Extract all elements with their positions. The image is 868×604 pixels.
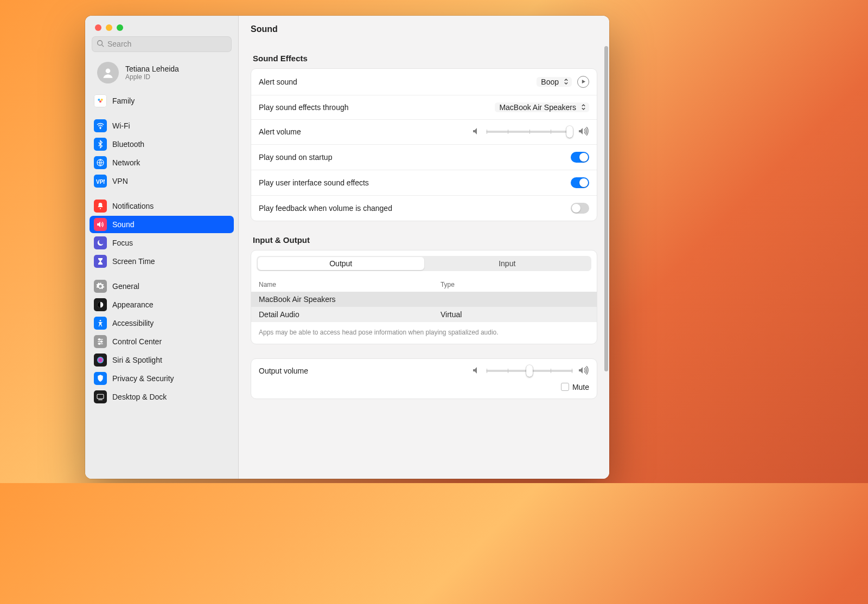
- window-controls: [85, 16, 238, 36]
- search-field[interactable]: [92, 36, 232, 52]
- sidebar-item-desktop-dock[interactable]: Desktop & Dock: [90, 388, 234, 406]
- play-through-label: Play sound effects through: [259, 103, 495, 112]
- io-tabs: Output Input: [257, 256, 591, 271]
- svg-text:VPN: VPN: [96, 179, 105, 185]
- sidebar-item-focus[interactable]: Focus: [90, 234, 234, 252]
- mute-checkbox[interactable]: Mute: [561, 383, 589, 391]
- output-volume-label: Output volume: [259, 367, 472, 375]
- bluetooth-icon: [94, 138, 107, 151]
- sidebar-item-siri-spotlight[interactable]: Siri & Spotlight: [90, 351, 234, 369]
- sidebar-item-sound[interactable]: Sound: [90, 216, 234, 233]
- device-row[interactable]: MacBook Air Speakers: [251, 292, 597, 307]
- dock-icon: [94, 390, 107, 403]
- sidebar-item-accessibility[interactable]: Accessibility: [90, 314, 234, 332]
- svg-point-18: [99, 343, 100, 344]
- svg-point-2: [106, 68, 111, 73]
- feedback-toggle[interactable]: [571, 203, 589, 214]
- sliders-icon: [94, 335, 107, 348]
- svg-marker-23: [473, 128, 477, 134]
- svg-point-0: [98, 40, 103, 45]
- alert-volume-label: Alert volume: [259, 127, 472, 136]
- sidebar-item-network[interactable]: Network: [90, 154, 234, 171]
- hourglass-icon: [94, 255, 107, 268]
- sidebar-item-screen-time[interactable]: Screen Time: [90, 253, 234, 270]
- svg-point-5: [99, 100, 101, 102]
- sidebar-item-bluetooth[interactable]: Bluetooth: [90, 136, 234, 153]
- gear-icon: [94, 280, 107, 293]
- svg-rect-21: [98, 399, 103, 400]
- search-icon: [97, 40, 104, 49]
- moon-icon: [94, 236, 107, 249]
- sidebar-item-wi-fi[interactable]: Wi-Fi: [90, 117, 234, 134]
- svg-point-12: [100, 320, 101, 322]
- feedback-label: Play feedback when volume is changed: [259, 204, 571, 213]
- tab-output[interactable]: Output: [258, 257, 424, 270]
- sidebar-item-appearance[interactable]: Appearance: [90, 296, 234, 313]
- sidebar-item-notifications[interactable]: Notifications: [90, 197, 234, 215]
- wifi-icon: [94, 119, 107, 132]
- search-input[interactable]: [107, 40, 227, 48]
- play-preview-button[interactable]: [577, 76, 589, 88]
- sidebar-item-control-center[interactable]: Control Center: [90, 333, 234, 350]
- play-through-dropdown[interactable]: MacBook Air Speakers: [495, 102, 589, 112]
- svg-rect-20: [97, 394, 104, 399]
- io-panel: Output Input Name Type MacBook Air Speak…: [251, 250, 597, 344]
- io-title: Input & Output: [253, 235, 595, 245]
- svg-point-19: [97, 357, 104, 363]
- chevrons-icon: [579, 103, 587, 112]
- globe-icon: [94, 156, 107, 169]
- alert-sound-dropdown[interactable]: Boop: [537, 77, 572, 87]
- output-volume-slider[interactable]: [486, 370, 573, 372]
- svg-point-3: [98, 99, 100, 101]
- svg-point-16: [99, 338, 100, 340]
- sidebar-item-vpn[interactable]: VPNVPN: [90, 172, 234, 190]
- alert-sound-label: Alert sound: [259, 78, 537, 86]
- main-pane: Sound Sound Effects Alert sound Boop: [239, 16, 609, 479]
- svg-point-4: [101, 99, 103, 101]
- sidebar-item-privacy-security[interactable]: Privacy & Security: [90, 370, 234, 387]
- account-sub: Apple ID: [125, 73, 179, 81]
- sidebar-item-general[interactable]: General: [90, 278, 234, 295]
- speaker-low-icon: [472, 127, 481, 137]
- device-row[interactable]: Detail Audio Virtual: [251, 307, 597, 322]
- hand-icon: [94, 372, 107, 385]
- ui-sounds-label: Play user interface sound effects: [259, 178, 571, 187]
- col-name: Name: [259, 281, 441, 288]
- close-button[interactable]: [95, 24, 101, 31]
- svg-point-6: [100, 127, 101, 128]
- alert-volume-slider[interactable]: [486, 131, 573, 133]
- minimize-button[interactable]: [106, 24, 112, 31]
- access-icon: [94, 317, 107, 330]
- siri-icon: [94, 354, 107, 367]
- svg-marker-26: [579, 367, 583, 374]
- startup-sound-toggle[interactable]: [571, 152, 589, 163]
- apple-id-row[interactable]: Tetiana Leheida Apple ID: [90, 57, 234, 89]
- sidebar-nav: FamilyWi-FiBluetoothNetworkVPNVPNNotific…: [85, 89, 238, 415]
- sidebar-item-family[interactable]: Family: [90, 92, 234, 110]
- svg-point-17: [101, 340, 103, 342]
- speaker-low-icon: [472, 366, 481, 376]
- svg-marker-22: [582, 80, 585, 83]
- bell-icon: [94, 200, 107, 213]
- ui-sounds-toggle[interactable]: [571, 177, 589, 188]
- svg-line-1: [102, 44, 104, 47]
- sidebar: Tetiana Leheida Apple ID FamilyWi-FiBlue…: [85, 16, 239, 479]
- col-type: Type: [441, 281, 589, 288]
- avatar: [97, 62, 119, 83]
- sound-effects-title: Sound Effects: [253, 54, 595, 63]
- tab-input[interactable]: Input: [424, 257, 591, 270]
- page-title: Sound: [239, 16, 609, 50]
- chevrons-icon: [562, 78, 570, 86]
- family-icon: [94, 94, 107, 107]
- fullscreen-button[interactable]: [117, 24, 123, 31]
- account-name: Tetiana Leheida: [125, 65, 179, 73]
- speaker-icon: [94, 218, 107, 231]
- scrollbar[interactable]: [604, 46, 608, 371]
- speaker-high-icon: [578, 127, 589, 137]
- output-volume-panel: Output volume: [251, 358, 597, 399]
- settings-window: Tetiana Leheida Apple ID FamilyWi-FiBlue…: [85, 16, 609, 479]
- svg-point-9: [100, 208, 101, 209]
- spatial-audio-note: Apps may be able to access head pose inf…: [251, 322, 597, 344]
- appearance-icon: [94, 298, 107, 311]
- sound-effects-panel: Alert sound Boop Play: [251, 68, 597, 221]
